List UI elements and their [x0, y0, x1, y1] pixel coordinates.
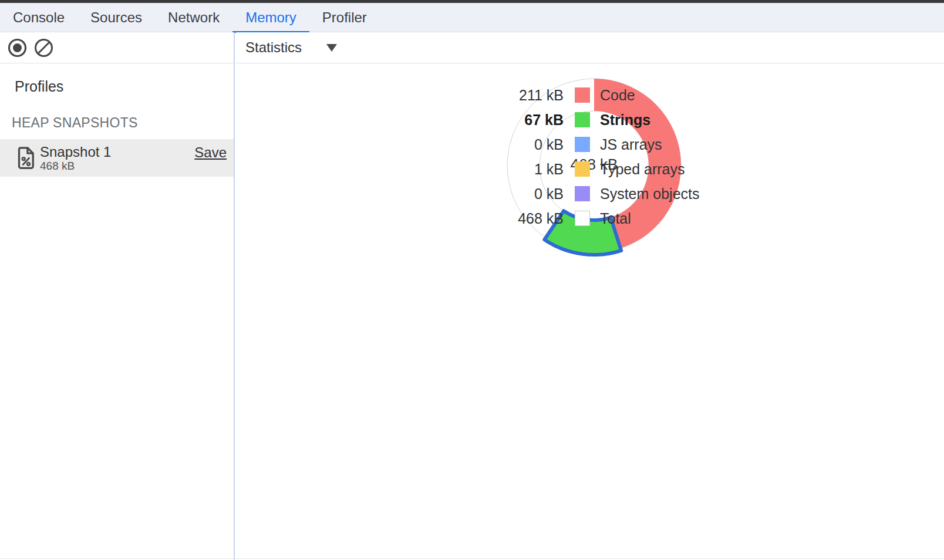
profiles-heading: Profiles — [15, 78, 234, 95]
legend-label: Total — [600, 210, 631, 227]
profiles-toolbar — [0, 32, 234, 63]
tab-sources[interactable]: Sources — [77, 3, 155, 32]
legend-row-code[interactable]: 211 kB Code — [499, 87, 700, 103]
sidebar-item-snapshot-1[interactable]: Snapshot 1 468 kB Save — [0, 139, 234, 177]
snapshot-text-block: Snapshot 1 468 kB — [40, 144, 111, 172]
legend-label: Typed arrays — [600, 161, 685, 178]
legend-swatch-js-arrays — [575, 137, 590, 152]
heap-snapshot-document-icon — [18, 146, 35, 170]
legend-swatch-strings — [575, 112, 590, 127]
perspective-select-label: Statistics — [245, 39, 302, 56]
legend-value: 468 kB — [499, 210, 564, 227]
panels-container: Profiles HEAP SNAPSHOTS Snapshot 1 468 k… — [0, 32, 944, 560]
tab-profiler[interactable]: Profiler — [309, 3, 380, 32]
legend-label: Code — [600, 87, 635, 104]
legend-row-js-arrays[interactable]: 0 kB JS arrays — [499, 137, 700, 152]
bottom-border — [0, 558, 944, 559]
legend-row-system-objects[interactable]: 0 kB System objects — [499, 186, 700, 201]
devtools-tabbar: Console Sources Network Memory Profiler — [0, 3, 944, 32]
record-icon[interactable] — [8, 38, 27, 58]
snapshot-title: Snapshot 1 — [40, 144, 111, 160]
memory-view-toolbar: Statistics — [236, 32, 944, 63]
clear-icon[interactable] — [34, 38, 53, 58]
legend-value: 0 kB — [499, 136, 564, 153]
legend-swatch-system-objects — [575, 186, 590, 201]
tab-console[interactable]: Console — [0, 3, 77, 32]
legend-label: System objects — [600, 185, 700, 203]
legend-row-strings[interactable]: 67 kB Strings — [499, 112, 700, 127]
legend-value: 1 kB — [499, 161, 564, 178]
heap-snapshots-section-title: HEAP SNAPSHOTS — [12, 115, 234, 131]
legend-row-typed-arrays[interactable]: 1 kB Typed arrays — [499, 161, 700, 177]
legend-label: Strings — [600, 112, 650, 129]
tab-memory[interactable]: Memory — [232, 3, 309, 32]
legend-swatch-total — [575, 211, 590, 226]
legend-value: 67 kB — [499, 112, 564, 129]
legend-swatch-code — [575, 87, 590, 103]
chevron-down-icon — [326, 44, 337, 52]
legend-swatch-typed-arrays — [575, 161, 590, 177]
snapshot-size: 468 kB — [40, 160, 111, 172]
legend-value: 211 kB — [499, 87, 564, 104]
chart-legend: 211 kB Code 67 kB Strings 0 kB JS arrays… — [499, 87, 700, 235]
save-snapshot-link[interactable]: Save — [194, 144, 227, 161]
tab-network[interactable]: Network — [155, 3, 232, 32]
profiles-sidebar: Profiles HEAP SNAPSHOTS Snapshot 1 468 k… — [0, 32, 235, 560]
perspective-select[interactable]: Statistics — [245, 39, 337, 56]
legend-label: JS arrays — [600, 136, 662, 153]
memory-main-panel: Statistics 468 kB 211 kB Code 67 kB Stri… — [236, 32, 944, 560]
legend-row-total[interactable]: 468 kB Total — [499, 211, 700, 226]
legend-value: 0 kB — [499, 185, 564, 203]
